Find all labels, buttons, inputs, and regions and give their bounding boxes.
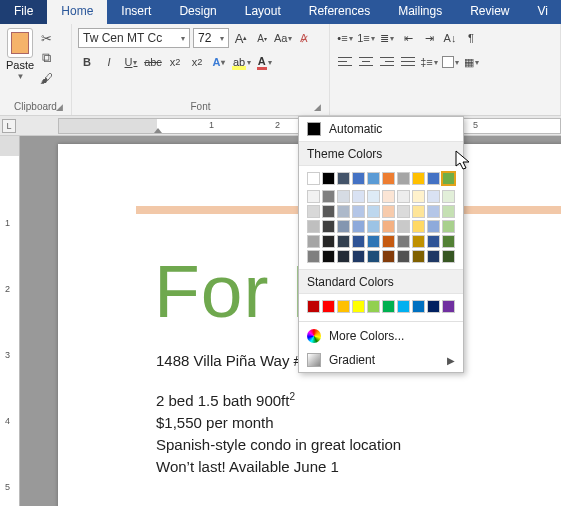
- color-swatch[interactable]: [352, 190, 365, 203]
- color-swatch[interactable]: [442, 172, 455, 185]
- color-swatch[interactable]: [382, 190, 395, 203]
- color-swatch[interactable]: [322, 220, 335, 233]
- shrink-font-icon[interactable]: A▾: [253, 28, 271, 48]
- tab-layout[interactable]: Layout: [231, 0, 295, 24]
- tab-references[interactable]: References: [295, 0, 384, 24]
- tab-selector[interactable]: L: [2, 119, 16, 133]
- clipboard-dialog-launcher-icon[interactable]: ◢: [56, 102, 63, 112]
- color-swatch[interactable]: [397, 220, 410, 233]
- font-dialog-launcher-icon[interactable]: ◢: [314, 102, 321, 112]
- bullets-icon[interactable]: •≡▾: [336, 28, 354, 48]
- underline-button[interactable]: U▾: [122, 52, 140, 72]
- shading-icon[interactable]: ▾: [441, 52, 459, 72]
- color-swatch[interactable]: [337, 205, 350, 218]
- vertical-ruler[interactable]: 1 2 3 4 5: [0, 136, 20, 506]
- color-swatch[interactable]: [322, 250, 335, 263]
- color-swatch[interactable]: [427, 220, 440, 233]
- color-swatch[interactable]: [352, 235, 365, 248]
- color-swatch[interactable]: [337, 220, 350, 233]
- color-swatch[interactable]: [412, 190, 425, 203]
- color-swatch[interactable]: [427, 205, 440, 218]
- color-swatch[interactable]: [352, 205, 365, 218]
- tab-insert[interactable]: Insert: [107, 0, 165, 24]
- color-swatch[interactable]: [427, 235, 440, 248]
- color-swatch[interactable]: [412, 235, 425, 248]
- color-swatch[interactable]: [307, 235, 320, 248]
- line-spacing-icon[interactable]: ‡≡▾: [420, 52, 438, 72]
- align-left-icon[interactable]: [336, 52, 354, 72]
- show-marks-icon[interactable]: ¶: [462, 28, 480, 48]
- tab-mailings[interactable]: Mailings: [384, 0, 456, 24]
- more-colors-item[interactable]: More Colors...: [299, 324, 463, 348]
- color-swatch[interactable]: [337, 235, 350, 248]
- color-swatch[interactable]: [382, 220, 395, 233]
- color-swatch[interactable]: [337, 172, 350, 185]
- color-swatch[interactable]: [442, 190, 455, 203]
- color-swatch[interactable]: [442, 300, 455, 313]
- color-swatch[interactable]: [382, 300, 395, 313]
- color-swatch[interactable]: [382, 250, 395, 263]
- color-swatch[interactable]: [307, 300, 320, 313]
- multilevel-list-icon[interactable]: ≣▾: [378, 28, 396, 48]
- color-swatch[interactable]: [352, 250, 365, 263]
- align-center-icon[interactable]: [357, 52, 375, 72]
- decrease-indent-icon[interactable]: ⇤: [399, 28, 417, 48]
- tab-review[interactable]: Review: [456, 0, 523, 24]
- automatic-color-item[interactable]: Automatic: [299, 117, 463, 141]
- color-swatch[interactable]: [442, 235, 455, 248]
- color-swatch[interactable]: [382, 205, 395, 218]
- format-painter-icon[interactable]: 🖌: [38, 70, 54, 86]
- color-swatch[interactable]: [307, 205, 320, 218]
- color-swatch[interactable]: [352, 172, 365, 185]
- tab-design[interactable]: Design: [165, 0, 230, 24]
- color-swatch[interactable]: [397, 205, 410, 218]
- copy-icon[interactable]: ⧉: [38, 50, 54, 66]
- color-swatch[interactable]: [412, 220, 425, 233]
- color-swatch[interactable]: [352, 220, 365, 233]
- paste-button[interactable]: Paste ▼: [6, 28, 34, 81]
- color-swatch[interactable]: [397, 190, 410, 203]
- color-swatch[interactable]: [442, 220, 455, 233]
- subscript-button[interactable]: x2: [166, 52, 184, 72]
- cut-icon[interactable]: ✂: [38, 30, 54, 46]
- color-swatch[interactable]: [382, 235, 395, 248]
- color-swatch[interactable]: [367, 172, 380, 185]
- color-swatch[interactable]: [397, 300, 410, 313]
- sort-icon[interactable]: A↓: [441, 28, 459, 48]
- color-swatch[interactable]: [367, 300, 380, 313]
- color-swatch[interactable]: [442, 205, 455, 218]
- font-name-combo[interactable]: Tw Cen MT Cc▾: [78, 28, 190, 48]
- text-effects-icon[interactable]: A▾: [210, 52, 228, 72]
- paste-dropdown-icon[interactable]: ▼: [17, 72, 25, 81]
- grow-font-icon[interactable]: A▴: [232, 28, 250, 48]
- color-swatch[interactable]: [412, 172, 425, 185]
- color-swatch[interactable]: [367, 250, 380, 263]
- tab-file[interactable]: File: [0, 0, 47, 24]
- superscript-button[interactable]: x2: [188, 52, 206, 72]
- color-swatch[interactable]: [322, 190, 335, 203]
- color-swatch[interactable]: [322, 205, 335, 218]
- color-swatch[interactable]: [412, 250, 425, 263]
- color-swatch[interactable]: [322, 172, 335, 185]
- color-swatch[interactable]: [352, 300, 365, 313]
- bold-button[interactable]: B: [78, 52, 96, 72]
- color-swatch[interactable]: [427, 250, 440, 263]
- color-swatch[interactable]: [397, 250, 410, 263]
- color-swatch[interactable]: [427, 300, 440, 313]
- color-swatch[interactable]: [367, 205, 380, 218]
- gradient-item[interactable]: Gradient ▶: [299, 348, 463, 372]
- italic-button[interactable]: I: [100, 52, 118, 72]
- align-right-icon[interactable]: [378, 52, 396, 72]
- tab-home[interactable]: Home: [47, 0, 107, 24]
- font-color-button[interactable]: A▾: [255, 52, 273, 72]
- color-swatch[interactable]: [322, 235, 335, 248]
- color-swatch[interactable]: [397, 172, 410, 185]
- font-size-combo[interactable]: 72▾: [193, 28, 229, 48]
- color-swatch[interactable]: [337, 300, 350, 313]
- color-swatch[interactable]: [322, 300, 335, 313]
- color-swatch[interactable]: [427, 190, 440, 203]
- color-swatch[interactable]: [367, 220, 380, 233]
- color-swatch[interactable]: [367, 190, 380, 203]
- justify-icon[interactable]: [399, 52, 417, 72]
- color-swatch[interactable]: [337, 190, 350, 203]
